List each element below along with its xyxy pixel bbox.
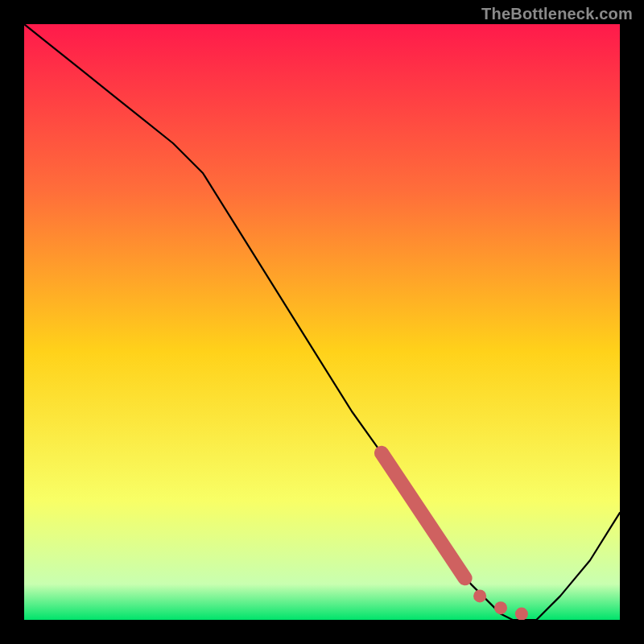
highlight-dot xyxy=(494,601,507,614)
highlight-dot xyxy=(515,608,528,620)
highlight-dot xyxy=(473,589,486,602)
watermark-text: TheBottleneck.com xyxy=(481,5,633,23)
bottleneck-chart xyxy=(24,24,620,620)
gradient-background xyxy=(24,24,620,620)
chart-frame: TheBottleneck.com xyxy=(0,0,644,644)
